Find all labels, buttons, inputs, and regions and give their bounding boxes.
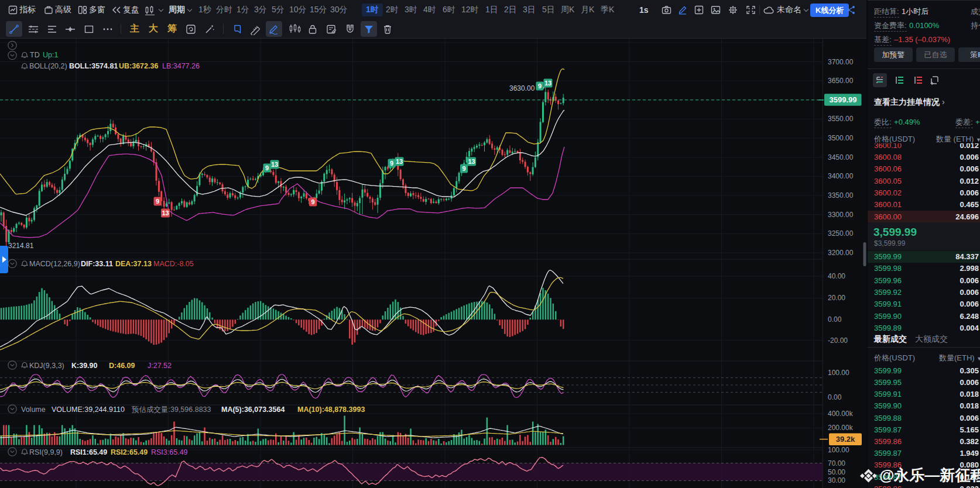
svg-text:0.00: 0.00 [828,393,842,401]
svg-text:VOLUME:39,244.9110: VOLUME:39,244.9110 [52,405,125,414]
svg-text:MA(5):36,073.3564: MA(5):36,073.3564 [221,405,285,414]
svg-text:3200.00: 3200.00 [828,249,854,257]
svg-text:9: 9 [462,165,465,172]
svg-text:RSI2:65.49: RSI2:65.49 [111,448,148,456]
svg-text:MACD(12,26,9): MACD(12,26,9) [29,260,80,268]
svg-text:UB:3672.36: UB:3672.36 [119,62,158,70]
svg-text:BOLL(20,2): BOLL(20,2) [29,62,67,70]
svg-text:39.2k: 39.2k [836,435,855,444]
svg-text:3250.00: 3250.00 [828,229,854,238]
svg-text:MACD:-8.05: MACD:-8.05 [153,260,194,268]
svg-text:3630.00: 3630.00 [509,84,535,92]
svg-text:9: 9 [311,198,314,205]
svg-text:RSI(9,9,9): RSI(9,9,9) [29,448,63,456]
svg-text:Up:1: Up:1 [43,51,58,59]
svg-text:3300.00: 3300.00 [828,211,854,219]
svg-text:30.00: 30.00 [828,476,845,484]
svg-text:3599.99: 3599.99 [830,95,857,104]
svg-text:3650.00: 3650.00 [828,77,854,85]
svg-text:3550.00: 3550.00 [828,115,854,123]
svg-text:BOLL:3574.81: BOLL:3574.81 [69,62,118,70]
svg-text:70.00: 70.00 [828,459,845,468]
svg-text:0.00: 0.00 [828,315,842,324]
svg-text:13: 13 [468,158,475,165]
svg-text:3500.00: 3500.00 [828,134,854,142]
svg-text:J:27.52: J:27.52 [148,362,172,370]
svg-text:9: 9 [390,160,393,167]
svg-text:Volume: Volume [21,405,46,414]
svg-text:TD: TD [30,51,40,59]
svg-text:40.00: 40.00 [828,272,845,280]
svg-text:13: 13 [544,80,551,87]
svg-text:RSI3:65.49: RSI3:65.49 [151,448,188,456]
svg-text:200.00k: 200.00k [828,424,854,432]
svg-text:20.00: 20.00 [828,294,845,302]
svg-text:3400.00: 3400.00 [828,172,854,180]
svg-text:KDJ(9,3,3): KDJ(9,3,3) [29,362,64,370]
svg-text:9: 9 [156,198,159,205]
svg-text:3700.00: 3700.00 [828,58,854,66]
svg-text:3350.00: 3350.00 [828,191,854,200]
svg-text:50.00: 50.00 [828,468,845,476]
svg-text:400.00k: 400.00k [828,410,854,418]
svg-text:3450.00: 3450.00 [828,153,854,161]
svg-text:预估成交量:39,596.8833: 预估成交量:39,596.8833 [131,405,211,414]
svg-text:13: 13 [162,209,169,216]
svg-text:100.00: 100.00 [828,369,849,377]
svg-text:D:46.09: D:46.09 [109,362,135,370]
svg-text:RSI1:65.49: RSI1:65.49 [70,448,107,456]
svg-text:13: 13 [271,161,278,168]
svg-text:LB:3477.26: LB:3477.26 [162,62,200,70]
svg-text:K:39.90: K:39.90 [71,362,98,370]
svg-text:9: 9 [265,164,269,171]
svg-text:DIF:33.11: DIF:33.11 [81,260,113,268]
svg-text:DEA:37.13: DEA:37.13 [115,260,152,268]
svg-text:3214.81: 3214.81 [8,242,34,250]
svg-text:9: 9 [538,83,542,90]
svg-text:-20.00: -20.00 [828,336,848,345]
svg-text:100.00: 100.00 [828,446,849,454]
svg-text:13: 13 [396,158,403,165]
svg-text:MA(10):48,878.3993: MA(10):48,878.3993 [297,405,365,414]
